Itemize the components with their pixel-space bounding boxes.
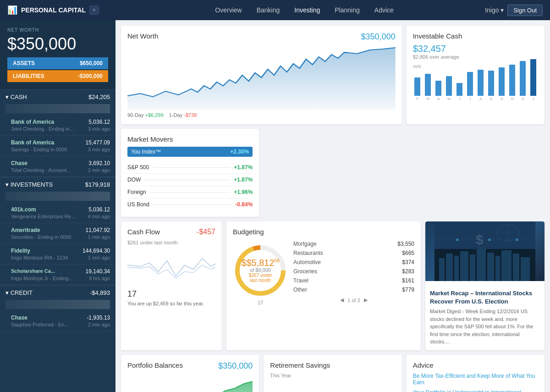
- net-worth-chart-footer: 90-Day +$6,299 1-Day -$739: [127, 112, 396, 118]
- liabilities-bar[interactable]: LIABILITIES -$300,000: [7, 70, 108, 82]
- budget-donut: $$5,81268 of $8,000 $267 under last mont…: [233, 243, 288, 305]
- budget-pagination: ◀ 1 of 2 ▶: [293, 297, 414, 303]
- net-worth-label: NET WORTH: [7, 28, 108, 33]
- market-name: Foreign: [127, 189, 146, 195]
- cash-flow-card: Cash Flow -$457 $261 under last month 17…: [121, 221, 222, 350]
- svg-rect-15: [513, 254, 519, 281]
- account-time: 3 min ago: [88, 147, 110, 152]
- budgeting-content: $$5,81268 of $8,000 $267 under last mont…: [233, 239, 414, 309]
- donut-container: $$5,81268 of $8,000 $267 under last mont…: [233, 243, 288, 298]
- svg-rect-13: [495, 256, 500, 281]
- add-account-button[interactable]: +: [89, 6, 99, 15]
- investments-section-header[interactable]: ▾ INVESTMENTS $179,918: [0, 177, 116, 192]
- portfolio-value: $350,000: [218, 361, 253, 371]
- cash-sparkline: [6, 104, 110, 113]
- donut-number: 17: [258, 300, 263, 305]
- market-recap-card: $ Market Recap – International Stocks Re…: [425, 221, 544, 350]
- cash-flow-number: 17: [127, 289, 215, 299]
- assets-value: $650,000: [80, 60, 103, 66]
- advice-link-1[interactable]: Be More Tax-Efficient and Keep More of W…: [413, 373, 538, 386]
- retirement-title: Retirement Savings: [270, 361, 330, 369]
- mid-card-row: Cash Flow -$457 $261 under last month 17…: [121, 221, 544, 350]
- market-item-foreign: Foreign +1.96%: [127, 186, 253, 199]
- nav-planning[interactable]: Planning: [335, 6, 360, 14]
- donut-under: $267 under last month: [241, 273, 279, 283]
- account-name: Chase: [11, 160, 28, 166]
- cash-flow-chart: [127, 249, 215, 286]
- sidebar-account-ameritrade[interactable]: Ameritrade 11,047.92 Securities - Ending…: [0, 223, 116, 244]
- account-time: 2 min ago: [88, 322, 110, 327]
- sidebar-account-chase-credit[interactable]: Chase -1,935.13 Sapphire Preferred - En.…: [0, 311, 116, 331]
- pagination-label: 1 of 2: [347, 298, 360, 303]
- cash-flow-footer: You are up $2,459 so far this year.: [127, 301, 215, 306]
- nav-overview[interactable]: Overview: [215, 6, 242, 14]
- sidebar-account-chase-checking[interactable]: Chase 3,692.10 Total Checking - Account.…: [0, 156, 116, 177]
- next-page-icon[interactable]: ▶: [364, 297, 368, 303]
- cash-section-amount: $24,205: [88, 94, 110, 100]
- account-name: Scholarshare Ca...: [11, 268, 55, 275]
- main-layout: NET WORTH $350,000 ASSETS $650,000 LIABI…: [0, 20, 550, 392]
- svg-text:$: $: [476, 232, 484, 247]
- logo-icon: 📊: [7, 5, 17, 15]
- retirement-sub: This Year: [270, 373, 395, 378]
- top-card-row: Net Worth $350,000: [121, 26, 544, 217]
- investments-section-amount: $179,918: [85, 181, 110, 188]
- sidebar-account-scholarshare[interactable]: Scholarshare Ca... 19,140.34 Inigo Monto…: [0, 265, 116, 285]
- account-sub: Inigo Montoya IRA - 1234: [11, 255, 68, 260]
- svg-point-18: [456, 238, 459, 241]
- advice-link-2[interactable]: Your Portfolio is Underweight in Interna…: [413, 389, 538, 392]
- market-change: +1.87%: [234, 177, 253, 183]
- prev-page-icon[interactable]: ◀: [340, 297, 344, 303]
- investments-section-title: ▾ INVESTMENTS: [6, 181, 53, 188]
- svg-rect-12: [487, 253, 494, 281]
- market-dots: [144, 180, 230, 180]
- net-worth-chart: [127, 45, 396, 110]
- credit-section-header[interactable]: ▾ CREDIT -$4,893: [0, 286, 116, 300]
- nav-banking[interactable]: Banking: [257, 6, 280, 14]
- market-recap-title: Market Recap – International Stocks Reco…: [430, 289, 540, 306]
- logo-text: PERSONAL CAPITAL: [21, 6, 86, 14]
- net-worth-90day-change: +$6,299: [145, 112, 164, 118]
- account-sub: Joint Checking - Ending in...: [11, 126, 74, 132]
- nav-investing[interactable]: Investing: [294, 6, 320, 14]
- top-navigation: 📊 PERSONAL CAPITAL + Overview Banking In…: [0, 0, 550, 20]
- market-item-dow: DOW +1.87%: [127, 174, 253, 186]
- you-index-label: You Index™: [131, 149, 161, 155]
- user-menu[interactable]: Inigo ▾: [485, 6, 504, 14]
- sidebar-account-boa-checking[interactable]: Bank of America 5,036.12 Joint Checking …: [0, 115, 116, 136]
- nav-advice[interactable]: Advice: [374, 6, 394, 14]
- market-movers-card: Market Movers You Index™ +2.30% S&P 500 …: [121, 129, 259, 217]
- market-name: US Bond: [127, 201, 149, 208]
- bottom-card-row: Portfolio Balances $350,000: [121, 355, 544, 392]
- sidebar-section-cash: ▾ CASH $24,205 Bank of America 5,036.12 …: [0, 89, 116, 177]
- account-value: 19,140.34: [86, 268, 110, 275]
- market-change: +1.87%: [234, 164, 253, 171]
- net-worth-card-value: $350,000: [361, 32, 396, 42]
- budgeting-card: Budgeting $$5,81268: [226, 221, 421, 350]
- sign-out-button[interactable]: Sign Out: [507, 5, 543, 16]
- svg-rect-6: [439, 258, 445, 281]
- account-value: 5,036.12: [88, 119, 110, 125]
- cash-section-header[interactable]: ▾ CASH $24,205: [0, 90, 116, 104]
- budget-items: Mortgage $3,550 Restaurants $665 Automot…: [293, 239, 414, 309]
- market-item-usbond: US Bond -0.84%: [127, 199, 253, 210]
- sidebar-account-boa-savings[interactable]: Bank of America 15,477.09 Savings - Endi…: [0, 136, 116, 156]
- account-value: 144,694.30: [82, 248, 110, 254]
- market-dots: [153, 167, 230, 168]
- assets-bar[interactable]: ASSETS $650,000: [7, 57, 108, 69]
- account-name: 401k.com: [11, 206, 36, 213]
- market-dots: [150, 192, 231, 193]
- avg-label: AVG: [413, 64, 421, 69]
- net-worth-card-title: Net Worth: [127, 32, 158, 40]
- sidebar-account-fidelity[interactable]: Fidelity 144,694.30 Inigo Montoya IRA - …: [0, 244, 116, 265]
- sidebar-account-401k[interactable]: 401k.com 5,036.12 Vengeance Enterprises …: [0, 203, 116, 223]
- cash-flow-sub: $261 under last month: [127, 240, 215, 245]
- donut-amount: $$5,81268: [241, 258, 279, 267]
- market-change: +1.96%: [234, 189, 253, 195]
- main-content: Net Worth $350,000: [116, 20, 550, 392]
- net-worth-1day-change: -$739: [184, 112, 197, 118]
- liabilities-label: LIABILITIES: [13, 73, 44, 79]
- svg-point-19: [488, 238, 491, 241]
- donut-center: $$5,81268 of $8,000 $267 under last mont…: [241, 258, 279, 283]
- advice-card: Advice Be More Tax-Efficient and Keep Mo…: [407, 355, 544, 392]
